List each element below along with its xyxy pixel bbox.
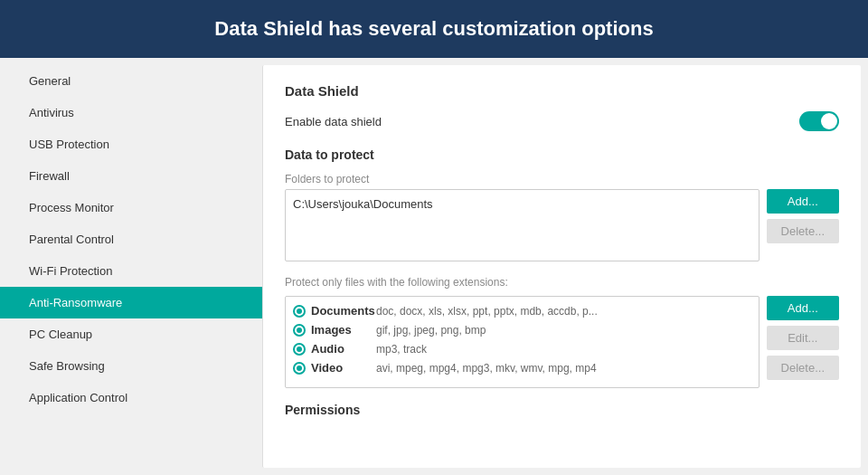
ext-item-audio: Audio mp3, track bbox=[293, 342, 751, 356]
extensions-box: Documents doc, docx, xls, xlsx, ppt, ppt… bbox=[285, 296, 760, 388]
sidebar: General Antivirus USB Protection Firewal… bbox=[0, 58, 262, 475]
enable-label: Enable data shield bbox=[285, 115, 382, 128]
sidebar-item-safe-browsing[interactable]: Safe Browsing bbox=[0, 350, 262, 382]
sidebar-item-usb-protection[interactable]: USB Protection bbox=[0, 128, 262, 160]
folders-row: C:\Users\jouka\Documents Add... Delete..… bbox=[285, 189, 839, 261]
sidebar-item-parental-control[interactable]: Parental Control bbox=[0, 223, 262, 255]
sidebar-item-firewall[interactable]: Firewall bbox=[0, 160, 262, 192]
radio-documents[interactable] bbox=[293, 305, 306, 318]
sidebar-item-anti-ransomware[interactable]: Anti-Ransomware bbox=[0, 287, 262, 318]
folder-path: C:\Users\jouka\Documents bbox=[293, 197, 433, 211]
enable-toggle-row: Enable data shield bbox=[285, 111, 839, 131]
ext-type-video: Video bbox=[311, 361, 376, 375]
banner: Data Shield has several customization op… bbox=[0, 0, 868, 58]
add-folder-button[interactable]: Add... bbox=[767, 189, 839, 214]
ext-type-images: Images bbox=[311, 323, 376, 337]
enable-toggle[interactable] bbox=[799, 111, 839, 131]
ext-item-images: Images gif, jpg, jpeg, png, bmp bbox=[293, 323, 751, 337]
extensions-row: Documents doc, docx, xls, xlsx, ppt, ppt… bbox=[285, 296, 839, 388]
banner-text: Data Shield has several customization op… bbox=[214, 17, 653, 41]
ext-item-documents: Documents doc, docx, xls, xlsx, ppt, ppt… bbox=[293, 304, 751, 318]
ext-type-audio: Audio bbox=[311, 342, 376, 356]
data-to-protect-title: Data to protect bbox=[285, 147, 839, 162]
sidebar-item-pc-cleanup[interactable]: PC Cleanup bbox=[0, 318, 262, 350]
ext-item-video: Video avi, mpeg, mpg4, mpg3, mkv, wmv, m… bbox=[293, 361, 751, 375]
add-ext-button[interactable]: Add... bbox=[767, 296, 839, 320]
ext-values-audio: mp3, track bbox=[376, 343, 427, 356]
edit-ext-button[interactable]: Edit... bbox=[767, 326, 839, 350]
folders-btn-group: Add... Delete... bbox=[767, 189, 839, 261]
ext-btn-group: Add... Edit... Delete... bbox=[767, 296, 839, 388]
sidebar-item-general[interactable]: General bbox=[0, 65, 262, 97]
folders-box: C:\Users\jouka\Documents bbox=[285, 189, 760, 261]
extensions-label: Protect only files with the following ex… bbox=[285, 276, 839, 289]
sidebar-item-antivirus[interactable]: Antivirus bbox=[0, 97, 262, 128]
permissions-title: Permissions bbox=[285, 403, 839, 417]
ext-values-video: avi, mpeg, mpg4, mpg3, mkv, wmv, mpg, mp… bbox=[376, 362, 597, 375]
radio-audio[interactable] bbox=[293, 343, 306, 356]
content-panel: Data Shield Enable data shield Data to p… bbox=[262, 65, 861, 468]
ext-values-documents: doc, docx, xls, xlsx, ppt, pptx, mdb, ac… bbox=[376, 305, 598, 318]
delete-folder-button[interactable]: Delete... bbox=[767, 219, 839, 243]
ext-values-images: gif, jpg, jpeg, png, bmp bbox=[376, 324, 486, 337]
sidebar-item-wifi-protection[interactable]: Wi-Fi Protection bbox=[0, 255, 262, 287]
sidebar-item-application-control[interactable]: Application Control bbox=[0, 382, 262, 413]
sidebar-item-process-monitor[interactable]: Process Monitor bbox=[0, 192, 262, 223]
radio-images[interactable] bbox=[293, 324, 306, 337]
folders-label: Folders to protect bbox=[285, 173, 839, 185]
delete-ext-button[interactable]: Delete... bbox=[767, 356, 839, 380]
radio-video[interactable] bbox=[293, 362, 306, 375]
content-title: Data Shield bbox=[285, 83, 839, 99]
ext-type-documents: Documents bbox=[311, 304, 376, 318]
